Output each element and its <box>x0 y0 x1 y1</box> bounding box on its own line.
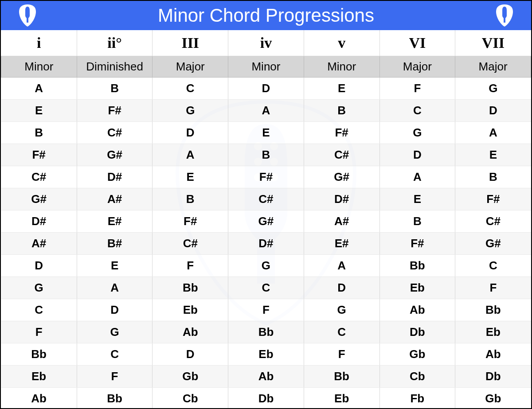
chord-cell: A# <box>1 232 77 254</box>
chord-cell: F# <box>304 121 379 144</box>
table-row: CDEbFGAbBb <box>1 299 531 321</box>
chord-cell: C <box>1 299 77 321</box>
table-row: D#E#F#G#A#BC# <box>1 210 531 232</box>
table-row: F#G#ABC#DE <box>1 144 531 166</box>
chord-cell: F <box>379 77 455 99</box>
chord-cell: G# <box>228 210 304 232</box>
chord-cell: B <box>228 144 304 166</box>
chord-cell: F <box>304 343 379 365</box>
chord-cell: C <box>153 77 228 99</box>
table-row: ABCDEFG <box>1 77 531 99</box>
chord-cell: Ab <box>455 343 531 365</box>
degree-header: VII <box>455 30 531 56</box>
chord-cell: C <box>228 277 304 299</box>
chord-cell: F# <box>455 188 531 210</box>
chord-cell: Db <box>228 387 304 409</box>
chord-cell: Bb <box>228 321 304 343</box>
chord-cell: Gb <box>379 343 455 365</box>
chord-table: i ii° III iv v VI VII Minor Diminished M… <box>1 30 531 409</box>
chord-cell: C# <box>153 232 228 254</box>
table-row: FGAbBbCDbEb <box>1 321 531 343</box>
chord-cell: A <box>455 121 531 144</box>
quality-header: Major <box>455 56 531 77</box>
chord-cell: Bb <box>1 343 77 365</box>
chord-cell: Cb <box>379 365 455 387</box>
chord-cell: G <box>379 121 455 144</box>
chord-cell: A <box>153 144 228 166</box>
chord-cell: G# <box>77 144 153 166</box>
chord-cell: D# <box>77 166 153 188</box>
chord-cell: E <box>1 99 77 121</box>
chord-cell: C# <box>455 210 531 232</box>
chord-cell: F# <box>1 144 77 166</box>
chord-cell: G# <box>304 166 379 188</box>
chord-cell: C <box>379 99 455 121</box>
page-title: Minor Chord Progressions <box>158 5 374 26</box>
chord-cell: Bb <box>379 254 455 277</box>
chord-cell: Eb <box>379 277 455 299</box>
table-row: EbFGbAbBbCbDb <box>1 365 531 387</box>
chord-cell: D <box>228 77 304 99</box>
degree-header-row: i ii° III iv v VI VII <box>1 30 531 56</box>
chord-cell: B <box>304 99 379 121</box>
chord-cell: B <box>1 121 77 144</box>
degree-header: III <box>153 30 228 56</box>
chord-cell: F <box>77 365 153 387</box>
chord-cell: F# <box>153 210 228 232</box>
chord-cell: F# <box>228 166 304 188</box>
table-row: DEFGABbC <box>1 254 531 277</box>
chord-cell: G# <box>455 232 531 254</box>
quality-header: Major <box>379 56 455 77</box>
table-row: GABbCDEbF <box>1 277 531 299</box>
quality-header: Minor <box>304 56 379 77</box>
chord-cell: C <box>304 321 379 343</box>
chord-cell: F <box>1 321 77 343</box>
chord-cell: Eb <box>228 343 304 365</box>
chord-cell: Gb <box>153 365 228 387</box>
chord-cell: A# <box>304 210 379 232</box>
guitar-pick-icon <box>496 4 513 27</box>
chord-cell: Eb <box>455 321 531 343</box>
chord-cell: F# <box>379 232 455 254</box>
chord-cell: D# <box>228 232 304 254</box>
quality-header: Minor <box>228 56 304 77</box>
chord-cell: Cb <box>153 387 228 409</box>
chord-cell: E <box>304 77 379 99</box>
quality-header: Major <box>153 56 228 77</box>
chord-cell: C <box>455 254 531 277</box>
chord-cell: A <box>379 166 455 188</box>
chord-cell: E <box>379 188 455 210</box>
chord-cell: D <box>304 277 379 299</box>
degree-header: ii° <box>77 30 153 56</box>
guitar-pick-icon <box>19 4 36 27</box>
chord-cell: E <box>228 121 304 144</box>
chord-cell: C# <box>1 166 77 188</box>
chord-cell: B <box>153 188 228 210</box>
chord-cell: C# <box>228 188 304 210</box>
chord-cell: Ab <box>379 299 455 321</box>
chord-cell: B <box>379 210 455 232</box>
chord-cell: E# <box>77 210 153 232</box>
chord-cell: A <box>304 254 379 277</box>
table-row: BC#DEF#GA <box>1 121 531 144</box>
chord-cell: G <box>228 254 304 277</box>
chord-cell: F# <box>77 99 153 121</box>
chord-cell: D <box>153 121 228 144</box>
chord-cell: A# <box>77 188 153 210</box>
chord-cell: E <box>153 166 228 188</box>
chord-cell: Gb <box>455 387 531 409</box>
chord-cell: D <box>379 144 455 166</box>
chord-cell: C# <box>77 121 153 144</box>
chord-cell: Ab <box>153 321 228 343</box>
chord-cell: D <box>455 99 531 121</box>
quality-header-row: Minor Diminished Major Minor Minor Major… <box>1 56 531 77</box>
chord-chart: Minor Chord Progressions i ii° III iv v … <box>0 0 532 409</box>
chord-cell: D <box>1 254 77 277</box>
chord-cell: Eb <box>1 365 77 387</box>
chord-cell: G <box>153 99 228 121</box>
chord-cell: D# <box>304 188 379 210</box>
chord-cell: Bb <box>77 387 153 409</box>
chord-cell: D <box>153 343 228 365</box>
chord-cell: Ab <box>1 387 77 409</box>
chord-cell: C <box>77 343 153 365</box>
